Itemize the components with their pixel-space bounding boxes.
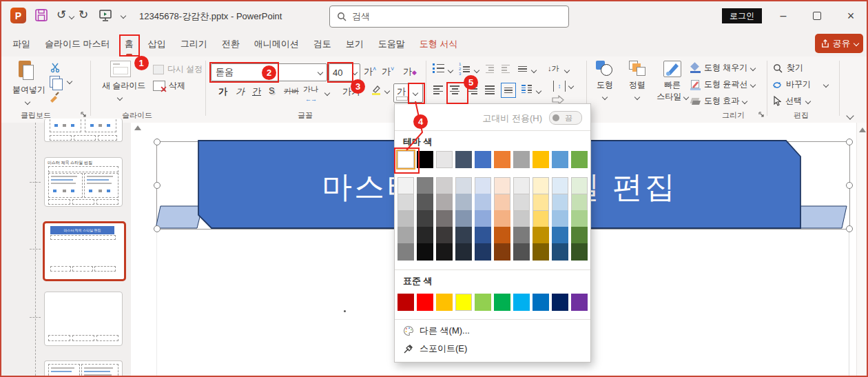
standard-color-swatch-4[interactable] xyxy=(475,294,491,311)
theme-variant-swatch-4-0[interactable] xyxy=(397,243,414,261)
theme-variant-swatch-0-0[interactable] xyxy=(397,177,414,194)
theme-variant-swatch-4-2[interactable] xyxy=(436,243,453,261)
font-name-combobox[interactable]: 돋움 xyxy=(211,63,327,81)
theme-variant-swatch-2-0[interactable] xyxy=(397,210,414,227)
shapes-button[interactable]: 도형 xyxy=(591,61,619,101)
theme-variant-swatch-1-4[interactable] xyxy=(475,194,491,211)
vertical-align-chevron-icon[interactable] xyxy=(568,83,574,89)
theme-color-swatch-4[interactable] xyxy=(475,151,491,168)
grow-font-button[interactable]: 가˄ xyxy=(364,65,376,78)
standard-color-swatch-2[interactable] xyxy=(436,294,453,311)
theme-color-swatch-2[interactable] xyxy=(436,151,453,168)
theme-variant-swatch-2-6[interactable] xyxy=(513,210,530,227)
tab-3[interactable]: 삽입 xyxy=(148,37,166,52)
more-colors-menu-item[interactable]: 다른 색(M)... xyxy=(403,325,470,337)
undo-icon[interactable]: ↺ xyxy=(56,8,66,22)
theme-variant-swatch-2-4[interactable] xyxy=(475,210,491,227)
theme-variant-swatch-3-6[interactable] xyxy=(513,227,530,244)
align-right-icon[interactable] xyxy=(468,85,477,95)
theme-variant-swatch-4-5[interactable] xyxy=(494,243,510,261)
resize-handle-middle-left[interactable] xyxy=(154,182,161,189)
resize-handle-bottom-left[interactable] xyxy=(154,225,161,232)
theme-variant-swatch-3-2[interactable] xyxy=(436,227,453,244)
character-spacing-button[interactable]: 가나←→ xyxy=(303,84,318,103)
resize-handle-bottom-right[interactable] xyxy=(846,225,853,232)
tab-8[interactable]: 보기 xyxy=(346,37,364,52)
bullets-icon[interactable] xyxy=(433,63,444,73)
theme-variant-swatch-2-3[interactable] xyxy=(455,210,472,227)
text-direction-chevron-icon[interactable] xyxy=(564,68,570,73)
underline-button[interactable]: 간 xyxy=(252,85,261,98)
theme-variant-swatch-1-9[interactable] xyxy=(571,194,588,211)
cut-icon[interactable] xyxy=(50,62,61,73)
standard-color-swatch-3[interactable] xyxy=(455,294,472,311)
theme-color-swatch-7[interactable] xyxy=(533,151,549,168)
standard-color-swatch-7[interactable] xyxy=(533,294,549,311)
eyedropper-menu-item[interactable]: 스포이트(E) xyxy=(403,343,467,355)
theme-variant-swatch-2-2[interactable] xyxy=(436,210,453,227)
standard-color-swatch-6[interactable] xyxy=(513,294,530,311)
theme-variant-swatch-3-9[interactable] xyxy=(571,227,588,244)
decrease-indent-icon[interactable] xyxy=(486,64,494,74)
undo-chevron-icon[interactable] xyxy=(69,14,74,19)
theme-color-swatch-3[interactable] xyxy=(455,151,472,168)
maximize-button[interactable] xyxy=(807,7,827,25)
highlight-color-button[interactable] xyxy=(371,84,382,97)
theme-color-swatch-5[interactable] xyxy=(494,151,510,168)
theme-variant-swatch-3-4[interactable] xyxy=(475,227,491,244)
new-slide-button[interactable]: 새 슬라이드 xyxy=(102,61,138,101)
quick-styles-button[interactable]: 빠른 스타일 xyxy=(656,59,689,103)
increase-indent-icon[interactable] xyxy=(502,64,510,74)
redo-icon[interactable]: ↻ xyxy=(79,8,88,22)
theme-variant-swatch-1-5[interactable] xyxy=(494,194,510,211)
theme-variant-swatch-0-3[interactable] xyxy=(455,177,472,194)
theme-variant-swatch-3-3[interactable] xyxy=(455,227,472,244)
theme-variant-swatch-4-7[interactable] xyxy=(533,243,549,261)
align-left-icon[interactable] xyxy=(433,85,443,95)
theme-variant-swatch-2-1[interactable] xyxy=(417,210,433,227)
standard-color-swatch-0[interactable] xyxy=(397,294,414,311)
text-direction-icon[interactable]: ↓가 xyxy=(548,63,559,74)
clear-formatting-button[interactable]: 가◆ xyxy=(403,65,417,78)
shape-fill-button[interactable]: 도형 채우기 xyxy=(690,62,755,74)
line-spacing-chevron-icon[interactable] xyxy=(531,68,537,73)
standard-color-swatch-8[interactable] xyxy=(552,294,568,311)
highlight-chevron-icon[interactable] xyxy=(384,88,390,94)
resize-handle-middle-right[interactable] xyxy=(846,182,853,189)
theme-variant-swatch-0-2[interactable] xyxy=(436,177,453,194)
font-size-combobox[interactable]: 40 xyxy=(329,63,360,81)
theme-color-swatch-8[interactable] xyxy=(552,151,568,168)
replace-button[interactable]: 바꾸기 xyxy=(772,79,828,90)
theme-color-swatch-1[interactable] xyxy=(417,151,433,168)
bullets-chevron-icon[interactable] xyxy=(448,68,453,73)
minimize-button[interactable]: – xyxy=(773,7,794,25)
tab-9[interactable]: 도움말 xyxy=(378,37,405,52)
login-button[interactable]: 로그인 xyxy=(722,8,762,23)
theme-variant-swatch-3-1[interactable] xyxy=(417,227,433,244)
tab-0[interactable]: 파일 xyxy=(12,37,30,52)
font-color-chevron-icon[interactable] xyxy=(413,90,418,96)
tab-6[interactable]: 애니메이션 xyxy=(254,37,299,52)
high-contrast-toggle[interactable]: 끔 xyxy=(549,111,582,125)
theme-variant-swatch-1-3[interactable] xyxy=(455,194,472,211)
pane-collapse-arrow-icon[interactable] xyxy=(134,125,141,130)
theme-variant-swatch-3-0[interactable] xyxy=(397,227,414,244)
theme-variant-swatch-2-9[interactable] xyxy=(571,210,588,227)
tab-7[interactable]: 검토 xyxy=(313,37,331,52)
share-button[interactable]: 공유 xyxy=(815,34,863,53)
italic-button[interactable]: 가 xyxy=(236,85,245,98)
numbering-icon[interactable]: 123 xyxy=(459,62,470,77)
tab-5[interactable]: 전환 xyxy=(222,37,240,52)
vertical-scrollbar[interactable] xyxy=(856,123,867,376)
columns-chevron-icon[interactable] xyxy=(536,88,541,94)
reset-button[interactable]: 다시 설정 xyxy=(153,63,203,75)
theme-variant-swatch-4-4[interactable] xyxy=(475,243,491,261)
theme-variant-swatch-1-8[interactable] xyxy=(552,194,568,211)
character-spacing-chevron-icon[interactable] xyxy=(324,90,330,96)
theme-variant-swatch-0-1[interactable] xyxy=(417,177,433,194)
tab-10[interactable]: 도형 서식 xyxy=(420,37,458,52)
theme-variant-swatch-3-7[interactable] xyxy=(533,227,549,244)
tab-1[interactable]: 슬라이드 마스터 xyxy=(45,37,110,52)
theme-variant-swatch-1-1[interactable] xyxy=(417,194,433,211)
theme-variant-swatch-2-8[interactable] xyxy=(552,210,568,227)
